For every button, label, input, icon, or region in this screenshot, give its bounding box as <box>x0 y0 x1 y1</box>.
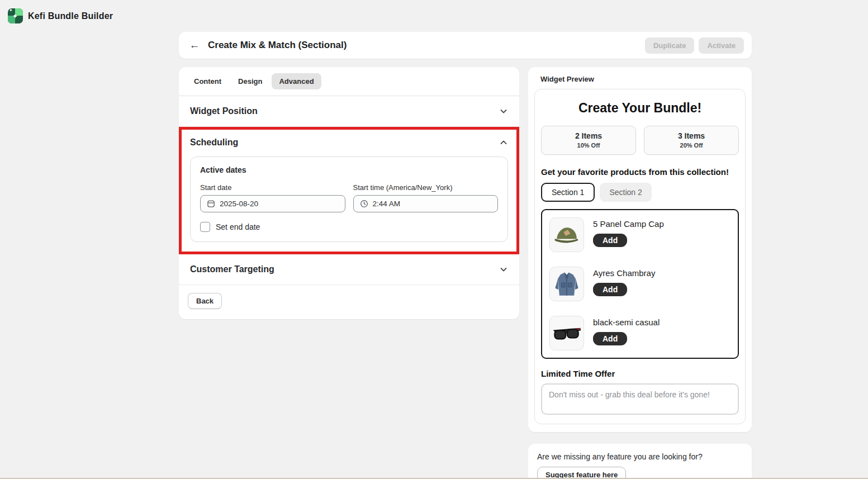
widget-preview-panel: Widget Preview Create Your Bundle! 2 Ite… <box>528 67 752 432</box>
product-row: 5 Panel Camp Cap Add <box>549 217 731 252</box>
section-customer-targeting[interactable]: Customer Targeting <box>179 254 519 285</box>
active-dates-card: Active dates Start date 2025-08-20 Start… <box>190 156 508 242</box>
tab-design[interactable]: Design <box>231 73 269 89</box>
product-row: Ayres Chambray Add <box>549 267 731 301</box>
chevron-down-icon <box>499 265 508 274</box>
start-date-value: 2025-08-20 <box>220 200 258 208</box>
add-product-button[interactable]: Add <box>593 332 627 345</box>
scheduling-title: Scheduling <box>190 137 238 148</box>
sunglasses-image <box>549 316 584 350</box>
tier-items-label: 2 Items <box>542 131 635 140</box>
page-title: Create Mix & Match (Sectional) <box>208 40 347 51</box>
back-button[interactable]: Back <box>188 293 222 309</box>
feature-request-card: Are we missing any feature you are looki… <box>528 444 752 479</box>
highlight-annotation: Scheduling Active dates Start date 2025-… <box>179 127 519 254</box>
top-bar: ✦✦ Kefi Bundle Builder <box>0 0 868 32</box>
preview-section-tabs: Section 1 Section 2 <box>541 183 739 202</box>
product-row: black-semi casual Add <box>549 316 731 350</box>
start-date-field-group: Start date 2025-08-20 <box>200 183 345 212</box>
customer-targeting-title: Customer Targeting <box>190 264 274 274</box>
product-name: black-semi casual <box>593 317 660 327</box>
tier-2-items-button[interactable]: 2 Items 10% Off <box>541 126 636 155</box>
start-date-label: Start date <box>200 183 345 192</box>
calendar-icon <box>207 200 215 208</box>
tab-content[interactable]: Content <box>187 73 229 89</box>
product-list: 5 Panel Camp Cap Add <box>541 209 739 359</box>
suggest-feature-button[interactable]: Suggest feature here <box>537 467 626 479</box>
section-1-tab[interactable]: Section 1 <box>541 183 595 202</box>
set-end-date-checkbox[interactable] <box>200 222 210 232</box>
back-arrow-icon[interactable]: ← <box>187 37 202 53</box>
tier-discount-label: 10% Off <box>542 142 635 149</box>
product-name: 5 Panel Camp Cap <box>593 219 664 229</box>
widget-position-title: Widget Position <box>190 106 258 116</box>
widget-preview-label: Widget Preview <box>540 75 746 83</box>
start-time-value: 2:44 AM <box>373 200 401 208</box>
settings-panel: Content Design Advanced Widget Position … <box>179 67 519 319</box>
header-actions: Duplicate Activate <box>645 37 744 54</box>
section-widget-position[interactable]: Widget Position <box>179 96 519 127</box>
settings-tabs: Content Design Advanced <box>179 67 519 96</box>
duplicate-button[interactable]: Duplicate <box>645 37 695 54</box>
set-end-date-label: Set end date <box>216 222 260 231</box>
clock-icon <box>360 200 368 208</box>
start-date-input[interactable]: 2025-08-20 <box>200 195 345 212</box>
tier-discount-label: 20% Off <box>644 142 738 149</box>
bundle-heading: Create Your Bundle! <box>541 101 739 116</box>
section-scheduling[interactable]: Scheduling <box>182 130 516 155</box>
collection-text: Get your favorite products from this col… <box>541 167 739 177</box>
start-time-input[interactable]: 2:44 AM <box>353 195 499 212</box>
widget-preview: Create Your Bundle! 2 Items 10% Off 3 It… <box>534 89 746 424</box>
offer-message-input[interactable]: Don't miss out - grab this deal before i… <box>541 383 739 415</box>
section-2-tab[interactable]: Section 2 <box>600 183 651 202</box>
app-logo-icon: ✦✦ <box>8 8 23 23</box>
activate-button[interactable]: Activate <box>699 37 744 54</box>
product-name: Ayres Chambray <box>593 268 655 278</box>
chambray-jacket-image <box>549 267 584 301</box>
start-time-label: Start time (America/New_York) <box>353 183 499 192</box>
page-header: ← Create Mix & Match (Sectional) Duplica… <box>179 32 752 59</box>
limited-time-offer-label: Limited Time Offer <box>541 369 739 378</box>
active-dates-title: Active dates <box>200 165 498 174</box>
chevron-down-icon <box>499 107 508 116</box>
tab-advanced[interactable]: Advanced <box>272 73 321 89</box>
app-title: Kefi Bundle Builder <box>28 11 113 21</box>
add-product-button[interactable]: Add <box>593 283 627 296</box>
camp-cap-image <box>549 217 584 252</box>
add-product-button[interactable]: Add <box>593 234 627 247</box>
tier-items-label: 3 Items <box>644 131 738 140</box>
tier-selector: 2 Items 10% Off 3 Items 20% Off <box>541 126 739 155</box>
start-time-field-group: Start time (America/New_York) 2:44 AM <box>353 183 499 212</box>
tier-3-items-button[interactable]: 3 Items 20% Off <box>644 126 739 155</box>
chevron-up-icon <box>499 138 508 147</box>
feature-request-question: Are we missing any feature you are looki… <box>537 452 743 461</box>
